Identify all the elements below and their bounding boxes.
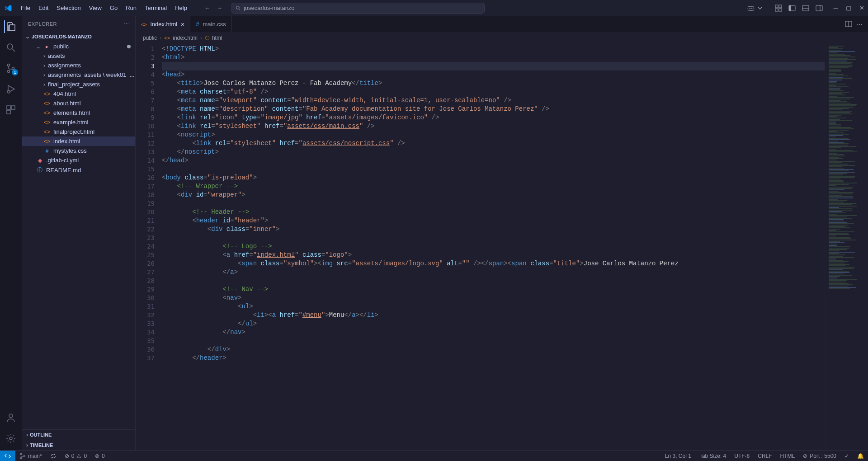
- broadcast-icon: ⊘: [803, 453, 807, 459]
- menu-help[interactable]: Help: [171, 3, 191, 13]
- explorer-icon[interactable]: [4, 20, 17, 33]
- html-file-icon: <>: [43, 91, 51, 97]
- tab-main-css[interactable]: # main.css: [190, 16, 232, 32]
- command-center[interactable]: josecarlos-matanzo: [231, 3, 485, 14]
- tree-folder-assignments[interactable]: ›assignments: [22, 61, 135, 70]
- tab-bar: <> index.html × # main.css ⋯: [136, 16, 868, 32]
- chevron-right-icon: ›: [43, 53, 45, 59]
- svg-line-1: [239, 9, 240, 10]
- radio-count: 0: [102, 453, 105, 459]
- breadcrumb[interactable]: public › <> index.html › ⬡ html: [136, 32, 868, 44]
- html-file-icon: <>: [43, 129, 51, 135]
- status-indentation[interactable]: Tab Size: 4: [695, 453, 730, 459]
- run-debug-icon[interactable]: [5, 83, 17, 95]
- tree-label: finalproject.html: [53, 128, 94, 135]
- status-live-server[interactable]: ⊘Port : 5500: [799, 453, 840, 459]
- tree-folder-final-project-assets[interactable]: ›final_project_assets: [22, 80, 135, 89]
- chevron-down-icon: ⌄: [36, 43, 41, 50]
- branch-name: main*: [28, 453, 42, 459]
- status-encoding[interactable]: UTF-8: [730, 453, 754, 459]
- svg-point-25: [9, 414, 13, 418]
- remote-indicator[interactable]: [0, 451, 15, 461]
- tree-file-about[interactable]: <>about.html: [22, 99, 135, 108]
- sidebar-more-icon[interactable]: ⋯: [124, 21, 129, 27]
- svg-rect-7: [775, 9, 778, 11]
- svg-rect-22: [7, 106, 10, 109]
- menu-edit[interactable]: Edit: [35, 3, 52, 13]
- css-file-icon: #: [43, 148, 51, 154]
- chevron-down-icon[interactable]: [758, 6, 762, 10]
- status-cursor[interactable]: Ln 3, Col 1: [661, 453, 695, 459]
- breadcrumb-item[interactable]: html: [212, 35, 222, 41]
- svg-rect-5: [775, 5, 778, 8]
- status-problems[interactable]: ⊘0⚠0: [61, 453, 91, 459]
- tree-file-404[interactable]: <>404.html: [22, 89, 135, 99]
- copilot-icon[interactable]: [747, 5, 755, 12]
- menu-selection[interactable]: Selection: [53, 3, 84, 13]
- chevron-right-icon: ›: [26, 442, 28, 448]
- menu-go[interactable]: Go: [106, 3, 121, 13]
- workspace-folder[interactable]: ⌄ JOSECARLOS-MATANZO: [22, 32, 135, 42]
- panel-left-icon[interactable]: [788, 5, 796, 12]
- tab-label: index.html: [151, 21, 177, 28]
- error-count: 0: [71, 453, 75, 459]
- layout-customize-icon[interactable]: [775, 5, 782, 12]
- tree-label: index.html: [53, 138, 80, 145]
- panel-right-icon[interactable]: [816, 5, 823, 12]
- svg-point-31: [24, 455, 25, 456]
- accounts-icon[interactable]: [5, 411, 17, 424]
- tree-file-example[interactable]: <>example.html: [22, 118, 135, 127]
- close-window-icon[interactable]: ✕: [859, 5, 864, 11]
- status-prettier[interactable]: ✓: [840, 453, 853, 459]
- tree-label: public: [53, 43, 69, 50]
- breadcrumb-item[interactable]: public: [143, 35, 157, 41]
- tree-folder-assets[interactable]: ›assets: [22, 51, 135, 61]
- menu-run[interactable]: Run: [122, 3, 140, 13]
- modified-dot-icon: [127, 45, 131, 48]
- svg-point-18: [8, 64, 10, 66]
- status-sync[interactable]: [46, 453, 61, 459]
- tree-file-index[interactable]: <>index.html: [22, 136, 135, 146]
- status-branch[interactable]: main*: [15, 453, 46, 459]
- settings-gear-icon[interactable]: [5, 432, 17, 445]
- chevron-right-icon: ›: [26, 432, 28, 438]
- search-activity-icon[interactable]: [5, 41, 17, 54]
- breadcrumb-item[interactable]: index.html: [173, 35, 198, 41]
- file-tree: ⌄▸public ›assets ›assignments ›assignmen…: [22, 42, 135, 429]
- tree-file-gitlab-ci[interactable]: ◆.gitlab-ci.yml: [22, 155, 135, 165]
- status-eol[interactable]: CRLF: [754, 453, 776, 459]
- title-bar: File Edit Selection View Go Run Terminal…: [0, 0, 868, 16]
- nav-back-icon[interactable]: ←: [204, 5, 210, 11]
- source-control-icon[interactable]: 1: [5, 62, 17, 75]
- tree-folder-public[interactable]: ⌄▸public: [22, 42, 135, 51]
- code-editor[interactable]: <!DOCTYPE HTML><html><head> <title>Jose …: [162, 44, 825, 450]
- search-icon: [236, 5, 241, 11]
- tab-index-html[interactable]: <> index.html ×: [136, 16, 190, 32]
- tree-file-elements[interactable]: <>elements.html: [22, 108, 135, 118]
- tree-file-finalproject[interactable]: <>finalproject.html: [22, 127, 135, 136]
- status-notifications[interactable]: 🔔: [853, 453, 868, 459]
- split-editor-icon[interactable]: [845, 20, 852, 28]
- more-actions-icon[interactable]: ⋯: [857, 21, 863, 28]
- svg-rect-10: [789, 5, 791, 11]
- tree-file-mystyles[interactable]: #mystyles.css: [22, 146, 135, 155]
- html-file-icon: <>: [164, 35, 170, 41]
- vscode-icon: [4, 4, 13, 13]
- folder-icon: ▸: [43, 43, 51, 50]
- menu-terminal[interactable]: Terminal: [141, 3, 170, 13]
- status-language[interactable]: HTML: [776, 453, 799, 459]
- outline-section[interactable]: ›OUTLINE: [22, 429, 135, 440]
- menu-file[interactable]: File: [17, 3, 34, 13]
- close-tab-icon[interactable]: ×: [181, 21, 184, 28]
- minimap[interactable]: [825, 44, 868, 450]
- panel-bottom-icon[interactable]: [802, 5, 809, 12]
- tree-folder-assignments-assets[interactable]: ›assignments_assets \ week01_...: [22, 70, 135, 80]
- maximize-icon[interactable]: ▢: [846, 5, 851, 11]
- nav-forward-icon[interactable]: →: [217, 5, 222, 11]
- status-radio[interactable]: ⊚0: [91, 453, 109, 459]
- extensions-icon[interactable]: [5, 103, 17, 116]
- minimize-icon[interactable]: ─: [834, 5, 838, 11]
- timeline-section[interactable]: ›TIMELINE: [22, 440, 135, 450]
- tree-file-readme[interactable]: ⓘREADME.md: [22, 165, 135, 175]
- menu-view[interactable]: View: [85, 3, 105, 13]
